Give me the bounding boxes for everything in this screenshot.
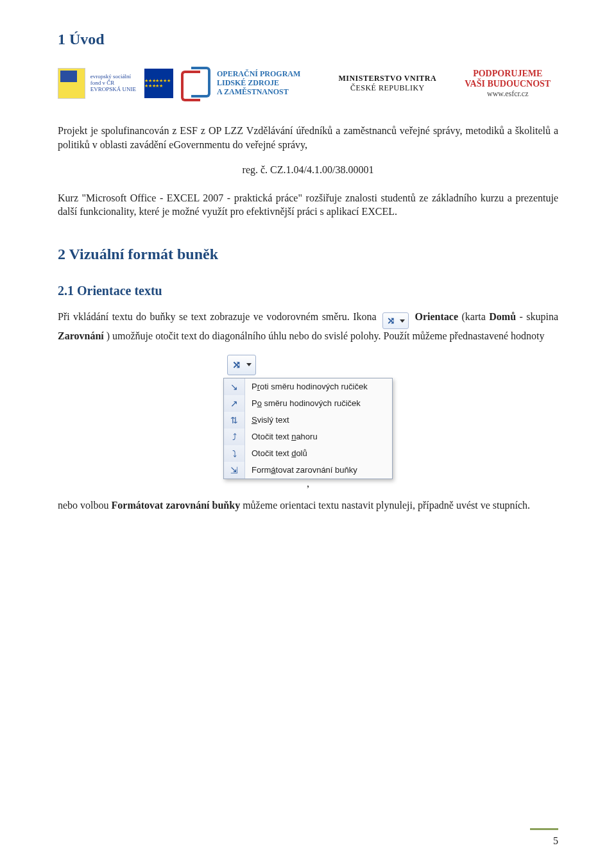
eu-flag-icon [144,69,173,98]
p4-bold: Formátovat zarovnání buňky [112,500,241,511]
reg-number: reg. č. CZ.1.04/4.1.00/38.00001 [58,163,558,177]
esf-small-text: evropský sociální fond v ČR [90,73,131,86]
oplzz-line2: LIDSKÉ ZDROJE [217,79,300,88]
trailing-comma: , [223,478,393,489]
podporujeme-block: PODPORUJEME VAŠI BUDOUCNOST www.esfcr.cz [447,60,558,107]
menu-item-icon: ⇲ [224,462,245,479]
orientation-dropdown-button[interactable]: ⤭ [227,355,256,375]
p3-part-c: (karta [462,311,490,322]
sponsor-banner: evropský sociální fond v ČR EVROPSKÁ UNI… [58,60,558,107]
mvcr-line2: ČESKÉ REPUBLIKY [350,83,425,93]
p4-part-a: nebo volbou [58,500,112,511]
p3-part-a: Při vkládání textu do buňky se text zobr… [58,311,380,322]
p3-bold-orientace: Orientace [415,311,459,322]
p3-part-e: - skupina [519,311,558,322]
podp-line1: PODPORUJEME [473,69,542,79]
oplzz-logo-block: OPERAČNÍ PROGRAM LIDSKÉ ZDROJE A ZAMĚSTN… [173,60,318,107]
esf-caption: evropský sociální fond v ČR EVROPSKÁ UNI… [90,74,137,93]
dropdown-caret-icon [400,319,405,323]
heading-visual-format: 2 Vizuální formát buněk [58,246,558,263]
menu-item-label: Otočit text dolů [245,448,307,458]
p3-part-g: ) umožňuje otočit text do diagonálního ú… [107,330,545,341]
menu-item-icon: ⇅ [224,412,245,429]
menu-item-label: Svislý text [245,415,289,425]
intro-paragraph-2: Kurz "Microsoft Office - EXCEL 2007 - pr… [58,191,558,219]
orientation-paragraph-2: nebo volbou Formátovat zarovnání buňky m… [58,498,558,513]
orientation-menu-item[interactable]: ⇅Svislý text [224,412,392,429]
dropdown-caret-icon [246,363,252,366]
menu-item-label: Otočit text nahoru [245,432,318,441]
oplzz-line1: OPERAČNÍ PROGRAM [217,70,300,79]
oplzz-icon [181,67,210,100]
menu-item-icon: ↘ [224,378,245,395]
orientation-menu-item[interactable]: ⤴Otočit text nahoru [224,429,392,445]
orientation-menu-item[interactable]: ⤵Otočit text dolů [224,445,392,462]
orientation-menu-screenshot: ⤭ ↘Proti směru hodinových ručiček↗Po smě… [58,355,558,489]
esf-logo-block: evropský sociální fond v ČR EVROPSKÁ UNI… [58,60,173,107]
menu-item-icon: ⤴ [224,429,245,445]
oplzz-line3: A ZAMĚSTNANOST [217,88,300,97]
menu-item-icon: ⤵ [224,445,245,462]
mvcr-block: MINISTERSTVO VNITRA ČESKÉ REPUBLIKY [318,60,447,107]
menu-item-icon: ↗ [224,395,245,412]
orientation-icon: ⤭ [229,359,244,371]
menu-item-label: Proti směru hodinových ručiček [245,382,368,391]
heading-intro: 1 Úvod [58,31,558,48]
orientation-menu-item[interactable]: ⇲Formátovat zarovnání buňky [224,462,392,479]
podp-line3: www.esfcr.cz [487,89,529,99]
footer-accent-line [530,828,558,830]
menu-item-label: Formátovat zarovnání buňky [245,465,357,475]
intro-paragraph-1: Projekt je spolufinancován z ESF z OP LZ… [58,124,558,151]
p4-part-c: můžeme orientaci textu nastavit plynulej… [243,500,530,511]
esf-eu-text: EVROPSKÁ UNIE [90,86,136,92]
page: 1 Úvod evropský sociální fond v ČR EVROP… [0,0,616,866]
podp-line2: VAŠI BUDOUCNOST [465,79,551,89]
mvcr-line1: MINISTERSTVO VNITRA [338,74,436,83]
orientation-paragraph: Při vkládání textu do buňky se text zobr… [58,310,558,343]
orientation-button-inline[interactable]: ⤭ [382,312,409,329]
orientation-menu: ↘Proti směru hodinových ručiček↗Po směru… [223,378,393,479]
p3-bold-zarovnani: Zarovnání [58,330,104,341]
orientation-menu-item[interactable]: ↗Po směru hodinových ručiček [224,395,392,412]
orientation-icon: ⤭ [384,314,398,327]
esf-flag-icon [58,68,85,99]
p3-bold-domu: Domů [489,311,516,322]
heading-orientation: 2.1 Orientace textu [58,284,558,298]
orientation-menu-item[interactable]: ↘Proti směru hodinových ručiček [224,378,392,395]
oplzz-text: OPERAČNÍ PROGRAM LIDSKÉ ZDROJE A ZAMĚSTN… [217,70,300,96]
menu-item-label: Po směru hodinových ručiček [245,398,361,408]
page-number: 5 [553,835,558,847]
